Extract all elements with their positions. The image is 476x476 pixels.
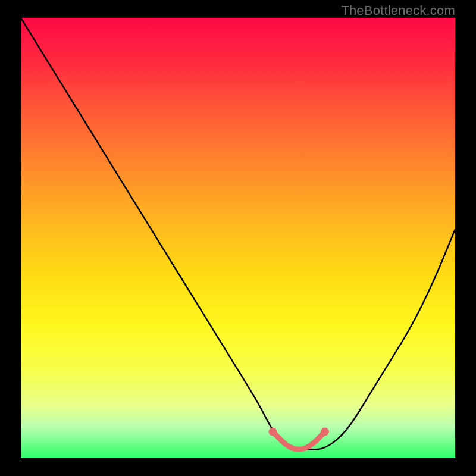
highlight-segment [273, 432, 325, 450]
plot-area [21, 18, 455, 458]
highlight-dot-right [321, 428, 329, 436]
highlight-dot-left [268, 428, 277, 436]
chart-svg [21, 18, 455, 458]
chart-container: TheBottleneck.com [0, 0, 476, 476]
watermark-text: TheBottleneck.com [341, 3, 455, 18]
bottleneck-curve [21, 18, 455, 449]
